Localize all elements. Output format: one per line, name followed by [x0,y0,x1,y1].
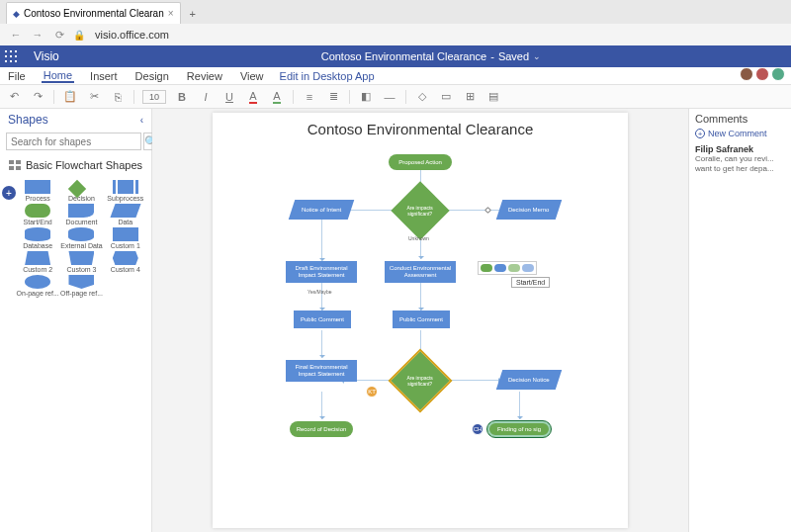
line-button[interactable]: — [382,89,397,105]
toolbar: ↶ ↷ 📋 ✂ ⎘ 10 B I U A A ≡ ≣ ◧ — ◇ ▭ ⊞ ▤ [0,85,791,109]
avatar[interactable] [771,67,785,81]
tab-design[interactable]: Design [133,70,171,82]
svg-rect-3 [5,55,7,57]
app-header: Visio Contoso Environmental Clearance - … [0,45,791,67]
shape-document[interactable]: Document [59,204,103,225]
quick-style-popover[interactable] [478,261,537,275]
align-middle-button[interactable]: ≣ [325,89,341,105]
connector[interactable] [321,330,322,358]
app-launcher-button[interactable] [0,45,22,67]
comment-body[interactable]: Coralie, can you revi... want to get her… [695,154,785,173]
shape-custom4[interactable]: Custom 4 [104,251,147,273]
refresh-button[interactable]: ⟳ [51,27,67,43]
new-comment-button[interactable]: + New Comment [695,129,785,138]
drawing-page[interactable]: Contoso Environmental Clearance Proposed… [213,113,628,528]
comment-badge[interactable]: CH [472,423,483,435]
node-public-comment-2[interactable]: Public Comment [393,310,450,328]
connector[interactable] [519,392,520,419]
node-decision-notice[interactable]: Decision Notice [496,370,562,390]
comment-author: Filip Safranek [695,144,785,154]
arrange-button[interactable]: ▭ [438,89,454,105]
font-color-button[interactable]: A [245,89,261,105]
connector[interactable] [321,283,322,310]
bring-front-button[interactable]: ▤ [485,89,501,105]
tab-insert[interactable]: Insert [88,70,120,82]
shape-custom1[interactable]: Custom 1 [104,227,147,249]
node-conduct-ea[interactable]: Conduct Environmental Assessment [385,261,456,283]
align-button[interactable]: ≡ [302,89,317,105]
shape-decision[interactable]: Decision [59,180,103,202]
shape-external-data[interactable]: External Data [59,227,103,249]
shape-process[interactable]: Process [16,180,59,202]
separator [349,90,350,104]
connector[interactable] [420,283,421,310]
node-decision-memo[interactable]: Decision Memo [496,200,562,220]
style-swatch[interactable] [494,264,506,272]
node-finding-no-sig[interactable]: Finding of no sig [487,421,551,437]
stencil-header[interactable]: Basic Flowchart Shapes [0,152,151,178]
forward-button[interactable]: → [30,27,45,43]
undo-button[interactable]: ↶ [6,89,22,105]
node-impacts-significant-2[interactable]: Are impacts significant? [391,351,449,409]
style-swatch[interactable] [481,264,492,272]
tab-title: Contoso Environmental Clearan [24,8,164,19]
chevron-down-icon: ⌄ [533,51,541,61]
separator [405,90,406,104]
shape-database[interactable]: Database [16,227,59,249]
address-bar[interactable]: visio.office.com [91,29,169,41]
shape-search-input[interactable] [6,133,141,150]
node-draft-eis[interactable]: Draft Environmental Impact Statement [286,261,357,283]
shape-custom3[interactable]: Custom 3 [59,251,103,273]
new-tab-button[interactable]: + [183,4,203,24]
svg-rect-12 [16,166,21,170]
plus-icon: + [695,129,705,138]
avatar[interactable] [755,67,769,81]
group-button[interactable]: ⊞ [462,89,478,105]
node-proposed-action[interactable]: Proposed Action [389,154,452,170]
collapse-icon[interactable]: ‹ [140,115,143,126]
tab-file[interactable]: File [6,70,28,82]
edit-desktop-link[interactable]: Edit in Desktop App [280,70,375,82]
node-public-comment-1[interactable]: Public Comment [294,310,351,328]
redo-button[interactable]: ↷ [30,89,45,105]
comment-badge[interactable]: KT [366,386,378,398]
tab-close-icon[interactable]: × [168,8,174,19]
node-notice-intent[interactable]: Notice of Intent [289,200,354,220]
style-swatch[interactable] [508,264,520,272]
bold-button[interactable]: B [174,89,190,105]
browser-tab[interactable]: ◆ Contoso Environmental Clearan × [6,2,181,24]
tab-home[interactable]: Home [42,69,74,83]
font-size-input[interactable]: 10 [142,90,166,104]
shape-style-button[interactable]: ◇ [414,89,430,105]
shape-offpage-ref[interactable]: Off-page ref... [59,275,103,297]
connector[interactable] [321,220,322,261]
tab-view[interactable]: View [238,70,266,82]
add-stencil-button[interactable]: + [2,186,16,200]
paste-button[interactable]: 📋 [62,89,78,105]
shape-startend[interactable]: Start/End [16,204,59,225]
shape-custom2[interactable]: Custom 2 [16,251,59,273]
underline-button[interactable]: U [221,89,237,105]
shape-subprocess[interactable]: Subprocess [104,180,147,202]
document-title[interactable]: Contoso Environmental Clearance - Saved … [71,50,791,62]
shape-data[interactable]: Data [104,204,147,225]
back-button[interactable]: ← [8,27,24,43]
canvas[interactable]: Contoso Environmental Clearance Proposed… [152,109,688,532]
tab-review[interactable]: Review [185,70,224,82]
svg-rect-2 [15,50,17,52]
node-record-decision[interactable]: Record of Decision [290,421,353,437]
fill-button[interactable]: ◧ [358,89,374,105]
shape-onpage-ref[interactable]: On-page ref... [16,275,59,297]
highlight-button[interactable]: A [269,89,285,105]
copy-button[interactable]: ⎘ [110,89,126,105]
connector[interactable] [321,392,322,419]
node-final-eis[interactable]: Final Environmental Impact Statement [286,360,357,382]
avatar[interactable] [740,67,753,81]
svg-rect-1 [10,50,12,52]
cut-button[interactable]: ✂ [86,89,102,105]
style-swatch[interactable] [522,264,534,272]
italic-button[interactable]: I [198,89,214,105]
connector[interactable] [442,380,501,381]
node-impacts-significant-1[interactable]: Are impacts significant? [391,181,449,239]
connection-handle[interactable] [484,207,491,214]
